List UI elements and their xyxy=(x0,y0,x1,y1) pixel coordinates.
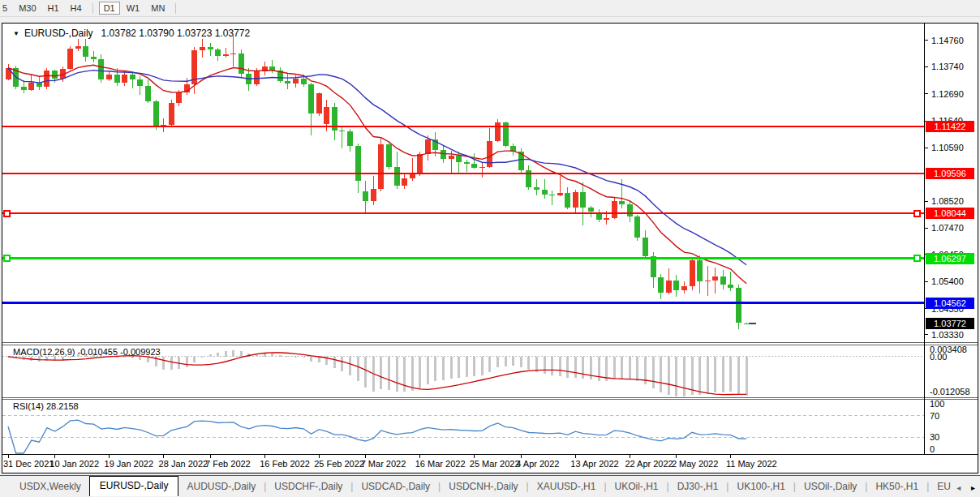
toolbar-separator xyxy=(175,3,176,14)
symbol-tab-usdcnh-daily[interactable]: USDCNH-,Daily xyxy=(441,478,526,496)
date-axis-label: 25 Feb 2022 xyxy=(314,459,364,469)
symbol-tab-usoil-daily[interactable]: USOil-,Daily xyxy=(796,478,865,496)
timeframe-button-h1[interactable]: H1 xyxy=(43,2,64,15)
chart-symbol-label: EURUSD-,Daily xyxy=(24,28,93,39)
date-axis-label: 16 Feb 2022 xyxy=(260,459,310,469)
symbol-tab-hk50-h1[interactable]: HK50-,H1 xyxy=(867,478,926,496)
price-axis-tick: 1.14760 xyxy=(931,36,964,46)
rsi-indicator-label: RSI(14) 28.2158 xyxy=(13,401,79,412)
chart-title: ▼EURUSD-,Daily1.03782 1.03790 1.03723 1.… xyxy=(13,28,250,39)
symbol-tab-xauusd-h1[interactable]: XAUUSD-,H1 xyxy=(529,478,604,496)
date-axis-label: 7 Mar 2022 xyxy=(361,459,406,469)
current-price-badge: 1.03772 xyxy=(926,318,974,329)
date-axis-label: 10 Jan 2022 xyxy=(49,459,99,469)
price-line-badge[interactable]: 1.04562 xyxy=(926,298,974,309)
symbol-tab-dj30-h1[interactable]: DJ30-,H1 xyxy=(669,478,727,496)
price-axis-tick: 1.08520 xyxy=(931,196,964,207)
timeframe-button-d1[interactable]: D1 xyxy=(99,2,120,15)
toolbar-separator xyxy=(92,3,93,14)
rsi-axis-label: 70 xyxy=(930,411,939,422)
timeframe-button-5[interactable]: 5 xyxy=(0,2,12,15)
chart-window[interactable]: ▼EURUSD-,Daily1.03782 1.03790 1.03723 1.… xyxy=(2,23,978,473)
date-axis-label: 31 Dec 2021 xyxy=(3,459,54,469)
symbol-tab-audusd-daily[interactable]: AUDUSD-,Daily xyxy=(178,478,264,496)
symbol-tab-usdchf-daily[interactable]: USDCHF-,Daily xyxy=(266,478,350,496)
date-axis-label: 13 Apr 2022 xyxy=(570,459,618,469)
price-line-badge[interactable]: 1.11422 xyxy=(926,121,974,132)
tab-scroll-arrows: ◂ ▸ xyxy=(948,483,975,492)
date-axis-label: 11 May 2022 xyxy=(726,459,777,469)
timeframe-toolbar: 5M30H1H4D1W1MN xyxy=(0,0,980,17)
date-axis-label: 25 Mar 2022 xyxy=(470,459,520,469)
price-axis-tick: 1.05400 xyxy=(931,276,964,287)
rsi-axis-label: 100 xyxy=(930,399,944,409)
price-axis-tick: 1.07470 xyxy=(931,223,964,234)
timeframe-button-m30[interactable]: M30 xyxy=(14,2,41,15)
symbol-tab-uk100-h1[interactable]: UK100-,H1 xyxy=(729,478,793,496)
price-chart-canvas[interactable] xyxy=(2,24,978,473)
price-line-badge[interactable]: 1.09596 xyxy=(926,168,974,179)
timeframe-button-w1[interactable]: W1 xyxy=(122,2,145,15)
chart-ohlc-values: 1.03782 1.03790 1.03723 1.03772 xyxy=(101,28,251,39)
price-axis-tick: 1.13740 xyxy=(931,62,964,72)
symbol-tab-ukoil-h1[interactable]: UKOil-,H1 xyxy=(607,478,667,496)
price-axis-tick: 1.12690 xyxy=(931,89,964,100)
symbol-tab-usdcad-daily[interactable]: USDCAD-,Daily xyxy=(353,478,438,496)
price-axis-tick: 1.03330 xyxy=(931,330,964,341)
price-line-badge[interactable]: 1.06297 xyxy=(926,253,974,264)
date-axis-label: 2 May 2022 xyxy=(672,459,718,469)
price-line-badge[interactable]: 1.08044 xyxy=(926,208,974,219)
macd-axis-label: 0.00 xyxy=(930,352,947,362)
chart-dropdown-icon[interactable]: ▼ xyxy=(13,28,19,39)
tab-scroll-right-icon[interactable]: ▸ xyxy=(971,483,975,492)
date-axis-label: 16 Mar 2022 xyxy=(415,459,466,469)
symbol-tab-bar: USDX,WeeklyEURUSD-,DailyAUDUSD-,Daily|US… xyxy=(0,475,980,496)
rsi-axis-label: 0 xyxy=(930,444,935,455)
timeframe-button-mn[interactable]: MN xyxy=(146,2,170,15)
timeframe-button-h4[interactable]: H4 xyxy=(66,2,87,15)
date-axis-label: 19 Jan 2022 xyxy=(105,459,154,469)
macd-indicator-label: MACD(12,26,9) -0.010455 -0.009923 xyxy=(13,347,161,358)
symbol-tab-eurusd-daily[interactable]: EURUSD-,Daily xyxy=(89,476,179,496)
macd-axis-label: -0.012058 xyxy=(930,387,970,397)
price-axis-tick: 1.10590 xyxy=(931,143,964,153)
date-axis-label: 28 Jan 2022 xyxy=(159,459,208,469)
tab-scroll-left-icon[interactable]: ◂ xyxy=(956,483,961,492)
rsi-axis-label: 30 xyxy=(930,432,939,443)
date-axis-label: 22 Apr 2022 xyxy=(625,459,673,469)
symbol-tab-usdx-weekly[interactable]: USDX,Weekly xyxy=(11,478,89,496)
date-axis-label: 7 Feb 2022 xyxy=(205,459,251,469)
date-axis-label: 4 Apr 2022 xyxy=(516,459,559,469)
